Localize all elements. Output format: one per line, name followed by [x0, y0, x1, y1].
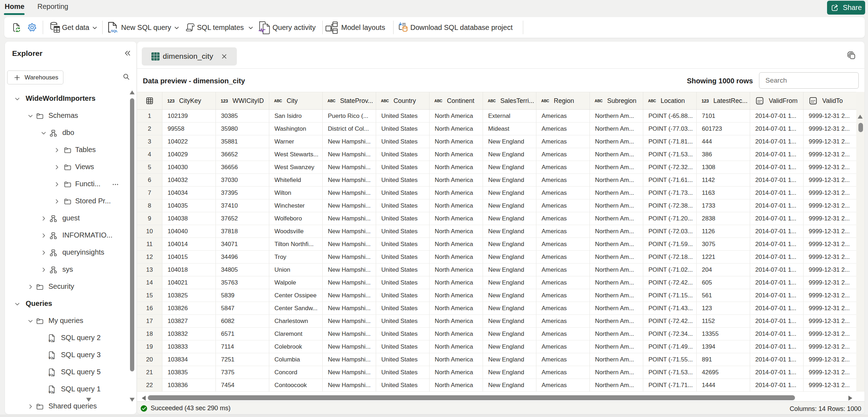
svg-text:SQL: SQL: [48, 390, 54, 393]
svg-text:SQL: SQL: [111, 29, 118, 33]
svg-text:SQL: SQL: [48, 373, 54, 376]
svg-text:SQL: SQL: [48, 339, 54, 342]
svg-text:SQL: SQL: [48, 356, 54, 359]
